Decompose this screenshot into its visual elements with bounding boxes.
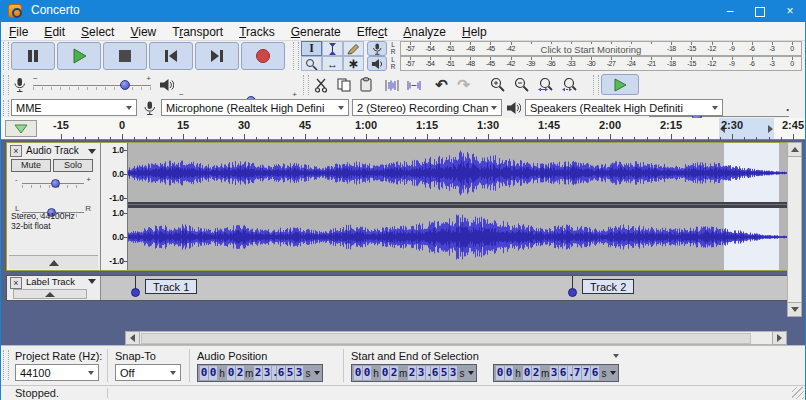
resize-grip[interactable] — [792, 387, 804, 399]
zoom-tool-button[interactable] — [301, 56, 322, 71]
label-track-close-button[interactable]: × — [10, 277, 22, 289]
selection-tool-button[interactable]: I — [301, 41, 322, 56]
edit-toolbar-grabber[interactable] — [303, 75, 309, 95]
zoom-in-button[interactable] — [487, 75, 508, 95]
time-shift-tool-button[interactable]: ↔ — [322, 56, 343, 71]
label-text[interactable]: Track 1 — [145, 279, 197, 294]
collapse-track-button[interactable] — [9, 255, 98, 269]
time-digit[interactable]: 2 — [236, 366, 244, 380]
trim-audio-button[interactable] — [381, 75, 402, 95]
solo-button[interactable]: Solo — [53, 159, 93, 172]
vertical-scrollbar[interactable] — [787, 142, 802, 317]
scroll-left-button[interactable] — [125, 331, 140, 345]
time-digit[interactable]: 3 — [550, 366, 558, 380]
maximize-button[interactable] — [745, 0, 775, 22]
time-digit[interactable]: 3 — [295, 366, 303, 380]
audio-track-title[interactable]: Audio Track — [26, 145, 79, 156]
label-track-menu-icon[interactable] — [88, 279, 96, 284]
menu-analyze[interactable]: Analyze — [395, 24, 454, 40]
menu-effect[interactable]: Effect — [349, 24, 395, 40]
minimize-button[interactable]: – — [715, 0, 745, 22]
time-digit[interactable]: . — [272, 366, 276, 380]
label-track-lane[interactable]: Track 1Track 2 — [101, 276, 791, 300]
scroll-down-button[interactable] — [787, 302, 802, 317]
time-digit[interactable]: . — [426, 366, 430, 380]
horizontal-scrollbar-thumb[interactable] — [141, 333, 751, 344]
gain-slider[interactable]: - + — [15, 177, 91, 190]
time-digit[interactable]: 3 — [263, 366, 271, 380]
time-digit[interactable]: 7 — [582, 366, 590, 380]
audio-position-field[interactable]: 00h02m23.653s — [197, 364, 323, 382]
close-button[interactable]: × — [775, 0, 805, 22]
selection-end-field[interactable]: 00h02m36.776s — [493, 364, 619, 382]
audio-track-menu-icon[interactable] — [88, 149, 96, 154]
menu-view[interactable]: View — [122, 24, 164, 40]
time-digit[interactable]: 0 — [209, 366, 217, 380]
monitoring-hint[interactable]: Click to Start Monitoring — [517, 44, 664, 55]
menu-tracks[interactable]: Tracks — [231, 24, 283, 40]
time-digit[interactable]: 2 — [408, 366, 416, 380]
recording-volume-slider[interactable]: −+ — [33, 77, 151, 93]
paste-button[interactable] — [355, 75, 376, 95]
zoom-out-button[interactable] — [511, 75, 532, 95]
play-at-speed-button[interactable] — [601, 74, 639, 95]
silence-audio-button[interactable] — [403, 75, 424, 95]
cut-button[interactable] — [311, 75, 332, 95]
copy-button[interactable] — [333, 75, 354, 95]
fit-selection-button[interactable] — [535, 75, 556, 95]
time-digit[interactable]: 0 — [505, 366, 513, 380]
time-digit[interactable]: 2 — [532, 366, 540, 380]
audio-track-close-button[interactable]: × — [10, 145, 22, 157]
stop-button[interactable] — [103, 42, 147, 70]
scroll-right-button[interactable] — [772, 331, 787, 345]
time-digit[interactable]: 0 — [363, 366, 371, 380]
recording-channels-select[interactable]: 2 (Stereo) Recording Channels — [352, 99, 502, 116]
selection-range-select[interactable]: Start and End of Selection — [351, 350, 619, 362]
playback-meter-speaker-button[interactable] — [367, 56, 387, 71]
time-digit[interactable]: 0 — [200, 366, 208, 380]
recording-meter[interactable]: -57-54-51-48-45-42-39-36-33-30-27-24-21-… — [400, 41, 802, 56]
time-digit[interactable]: 3 — [417, 366, 425, 380]
time-digit[interactable]: 0 — [227, 366, 235, 380]
label-track[interactable]: × Label Track Track 1Track 2 — [6, 275, 792, 301]
vertical-scale-ruler[interactable]: 1.00.0-1.01.00.0-1.0 — [101, 143, 128, 270]
mixer-toolbar-grabber[interactable] — [3, 75, 9, 95]
time-digit[interactable]: 6 — [591, 366, 599, 380]
selection-start-field[interactable]: 00h02m23.653s — [351, 364, 477, 382]
audio-host-select[interactable]: MME — [11, 99, 137, 116]
chevron-down-icon[interactable] — [468, 371, 474, 375]
chevron-down-icon[interactable] — [314, 371, 320, 375]
transport-toolbar-grabber[interactable] — [3, 42, 9, 70]
recording-volume-thumb[interactable] — [120, 80, 130, 90]
undo-button[interactable]: ↶ — [431, 75, 452, 95]
skip-to-end-button[interactable] — [195, 42, 239, 70]
recording-device-select[interactable]: Microphone (Realtek High Defini — [161, 99, 349, 116]
menu-edit[interactable]: Edit — [36, 24, 73, 40]
recording-meter-mic-button[interactable] — [367, 41, 387, 56]
envelope-tool-button[interactable] — [322, 41, 343, 56]
label-marker[interactable] — [568, 288, 577, 297]
fit-project-button[interactable] — [559, 75, 580, 95]
time-digit[interactable]: 7 — [573, 366, 581, 380]
time-digit[interactable]: 0 — [381, 366, 389, 380]
waveform-canvas[interactable] — [128, 143, 791, 270]
label-track-title[interactable]: Label Track — [26, 276, 75, 287]
draw-tool-button[interactable] — [343, 41, 364, 56]
time-digit[interactable]: 3 — [449, 366, 457, 380]
menu-generate[interactable]: Generate — [283, 24, 349, 40]
skip-to-start-button[interactable] — [149, 42, 193, 70]
chevron-down-icon[interactable] — [610, 371, 616, 375]
label-text[interactable]: Track 2 — [582, 279, 634, 294]
record-button[interactable] — [241, 42, 285, 70]
time-digit[interactable]: 2 — [254, 366, 262, 380]
menu-help[interactable]: Help — [454, 24, 495, 40]
time-digit[interactable]: 2 — [390, 366, 398, 380]
playback-device-select[interactable]: Speakers (Realtek High Definiti — [525, 99, 723, 116]
time-digit[interactable]: 5 — [440, 366, 448, 380]
scroll-up-button[interactable] — [787, 142, 802, 157]
tools-toolbar-grabber[interactable] — [293, 42, 299, 70]
time-digit[interactable]: 6 — [559, 366, 567, 380]
time-digit[interactable]: 6 — [431, 366, 439, 380]
play-button[interactable] — [57, 42, 101, 70]
snap-to-select[interactable]: Off — [115, 364, 181, 381]
